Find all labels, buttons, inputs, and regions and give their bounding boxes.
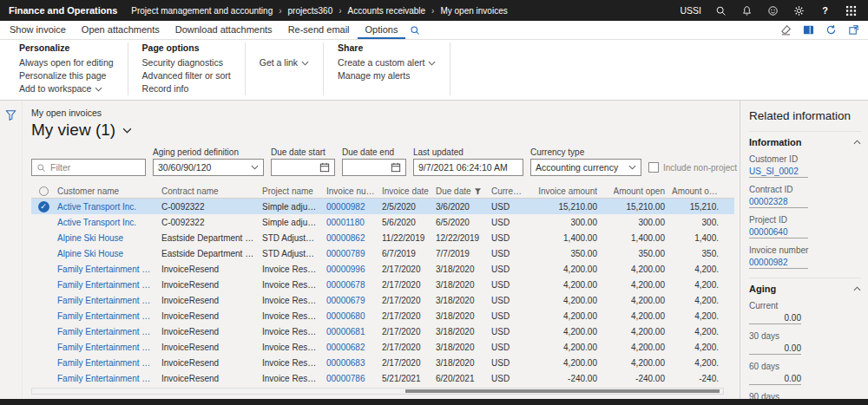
ribbon-item-security-diagnostics[interactable]: Security diagnostics	[142, 56, 231, 69]
invoice-number-cell[interactable]: 00000678	[325, 280, 380, 290]
field-value-customer-id[interactable]: US_SI_0002	[749, 167, 808, 178]
invoice-number-cell[interactable]: 00000786	[325, 374, 380, 383]
customer-name-cell[interactable]: Active Transport Inc.	[56, 218, 160, 227]
aging-period-select[interactable]: 30/60/90/120	[153, 159, 264, 176]
table-row[interactable]: Family Entertainment CenterInvoiceResend…	[31, 339, 734, 355]
customer-name-cell[interactable]: Family Entertainment Center	[56, 280, 160, 290]
ribbon-item-add-to-workspace[interactable]: Add to workspace	[19, 82, 114, 95]
column-header-due-date[interactable]: Due date	[434, 186, 490, 196]
due-date-start-input[interactable]	[271, 159, 335, 176]
view-selector[interactable]: My view (1)	[31, 121, 734, 140]
column-header-project-name[interactable]: Project name	[260, 186, 325, 196]
invoice-number-cell[interactable]: 00000683	[325, 358, 380, 368]
customer-name-cell[interactable]: Family Entertainment Center	[56, 311, 160, 321]
table-row[interactable]: Family Entertainment CenterInvoiceResend…	[31, 323, 734, 339]
column-header-currency[interactable]: Currency	[490, 186, 528, 196]
ribbon-item-always-open-for-editing[interactable]: Always open for editing	[19, 56, 114, 69]
invoice-number-cell[interactable]: 00000996	[325, 265, 380, 274]
invoice-number-cell[interactable]: 00000862	[325, 233, 380, 243]
customer-name-cell[interactable]: Family Entertainment Center	[56, 265, 160, 274]
customer-name-cell[interactable]: Family Entertainment Center	[56, 343, 160, 352]
invoice-number-cell[interactable]: 00000682	[325, 343, 380, 352]
column-header-contract-name[interactable]: Contract name	[160, 186, 260, 196]
tab-download-attachments[interactable]: Download attachments	[168, 21, 280, 39]
ribbon-item-get-a-link[interactable]: Get a link	[260, 56, 309, 69]
ribbon-item-record-info[interactable]: Record info	[142, 82, 231, 95]
section-header-information[interactable]: Information	[749, 137, 861, 147]
table-row[interactable]: Family Entertainment CenterInvoiceResend…	[31, 292, 734, 308]
amount-open-currency-cell: 4,200.	[670, 327, 724, 336]
field-value-invoice-number[interactable]: 00000982	[749, 258, 808, 269]
invoice-amount-cell: 15,210.00	[528, 202, 602, 212]
column-header-amount-open-u[interactable]: Amount open (U	[670, 186, 724, 196]
table-row[interactable]: Family Entertainment CenterInvoiceResend…	[31, 308, 734, 323]
customer-name-cell[interactable]: Family Entertainment Center	[56, 374, 160, 383]
invoice-number-cell[interactable]: 00000679	[325, 296, 380, 305]
invoice-number-cell[interactable]: 00000982	[325, 202, 380, 212]
invoice-number-cell[interactable]: 00000680	[325, 311, 380, 321]
customer-name-cell[interactable]: Family Entertainment Center	[56, 327, 160, 336]
currency-type-select[interactable]: Accounting currency	[530, 159, 641, 176]
table-row[interactable]: ✓Active Transport Inc.C-0092322Simple ad…	[31, 199, 734, 214]
due-date-end-input[interactable]	[342, 159, 406, 176]
app-title[interactable]: Finance and Operations	[0, 5, 131, 16]
checkbox-box[interactable]	[648, 162, 659, 173]
column-filter-icon[interactable]	[474, 187, 482, 195]
breadcrumb-item-accounts-receivable[interactable]: Accounts receivable	[348, 6, 426, 16]
action-search-icon[interactable]	[410, 25, 420, 36]
related-info-pane-icon[interactable]	[803, 24, 814, 36]
field-value-contract-id[interactable]: 00002328	[749, 197, 808, 208]
table-row[interactable]: Family Entertainment CenterInvoiceResend…	[31, 277, 734, 292]
invoice-number-cell[interactable]: 00000789	[325, 249, 380, 258]
horizontal-scrollbar[interactable]	[31, 388, 724, 395]
scrollbar-thumb[interactable]	[405, 389, 720, 393]
filter-pane-icon[interactable]	[5, 109, 16, 121]
last-updated-input[interactable]: 9/7/2021 06:24:10 AM	[413, 159, 523, 176]
breadcrumb-item-projects360[interactable]: projects360	[288, 6, 333, 16]
eraser-icon[interactable]	[780, 24, 792, 36]
help-icon[interactable]: ?	[819, 4, 832, 17]
customer-name-cell[interactable]: Active Transport Inc.	[56, 202, 160, 212]
breadcrumb-item-my-open-invoices[interactable]: My open invoices	[440, 6, 507, 16]
column-header-invoice-date[interactable]: Invoice date	[380, 186, 434, 196]
select-all-checkbox[interactable]	[39, 186, 49, 196]
breadcrumb-item-project-management-and-accounting[interactable]: Project management and accounting	[131, 6, 273, 16]
search-icon[interactable]	[714, 4, 727, 17]
grid-filter-input[interactable]: Filter	[31, 159, 146, 176]
app-launcher-icon[interactable]	[845, 4, 858, 17]
table-row[interactable]: Alpine Ski HouseEastside Department Stor…	[31, 245, 734, 261]
open-in-new-window-icon[interactable]	[848, 24, 859, 36]
customer-name-cell[interactable]: Family Entertainment Center	[56, 358, 160, 368]
table-row[interactable]: Family Entertainment CenterInvoiceResend…	[31, 261, 734, 277]
table-row[interactable]: Alpine Ski HouseEastside Department Stor…	[31, 230, 734, 245]
include-non-project-checkbox[interactable]: Include non-project	[648, 159, 737, 176]
customer-name-cell[interactable]: Alpine Ski House	[56, 249, 160, 258]
field-value-project-id[interactable]: 00000640	[749, 227, 808, 238]
ribbon-item-manage-my-alerts[interactable]: Manage my alerts	[338, 69, 436, 82]
ribbon-item-advanced-filter-or-sort[interactable]: Advanced filter or sort	[142, 69, 231, 82]
refresh-icon[interactable]	[825, 24, 837, 36]
customer-name-cell[interactable]: Alpine Ski House	[56, 233, 160, 243]
table-row[interactable]: Active Transport Inc.C-0092322Simple adj…	[31, 214, 734, 230]
table-row[interactable]: Family Entertainment CenterInvoiceResend…	[31, 370, 734, 386]
settings-gear-icon[interactable]	[792, 4, 806, 17]
table-row[interactable]: Family Entertainment CenterInvoiceResend…	[31, 355, 734, 370]
tab-open-attachments[interactable]: Open attachments	[74, 21, 168, 39]
column-header-invoice-amount[interactable]: Invoice amount	[528, 186, 602, 196]
column-header-invoice-number[interactable]: Invoice number	[325, 186, 380, 196]
invoice-number-cell[interactable]: 00001180	[325, 218, 380, 227]
invoice-number-cell[interactable]: 00000681	[325, 327, 380, 336]
feedback-smiley-icon[interactable]	[766, 4, 779, 17]
column-header-customer-name[interactable]: Customer name	[56, 186, 160, 196]
column-header-amount-open[interactable]: Amount open	[602, 186, 670, 196]
customer-name-cell[interactable]: Family Entertainment Center	[56, 296, 160, 305]
tab-options[interactable]: Options	[358, 21, 406, 39]
section-header-aging[interactable]: Aging	[749, 284, 861, 294]
ribbon-item-create-a-custom-alert[interactable]: Create a custom alert	[338, 56, 436, 69]
ribbon-item-personalize-this-page[interactable]: Personalize this page	[19, 69, 114, 82]
notifications-bell-icon[interactable]	[740, 4, 753, 17]
company-picker[interactable]: USSI	[680, 5, 701, 16]
row-selected-checkbox[interactable]: ✓	[38, 201, 49, 212]
tab-re-send-email[interactable]: Re-send email	[280, 21, 358, 39]
tab-show-invoice[interactable]: Show invoice	[2, 21, 74, 39]
